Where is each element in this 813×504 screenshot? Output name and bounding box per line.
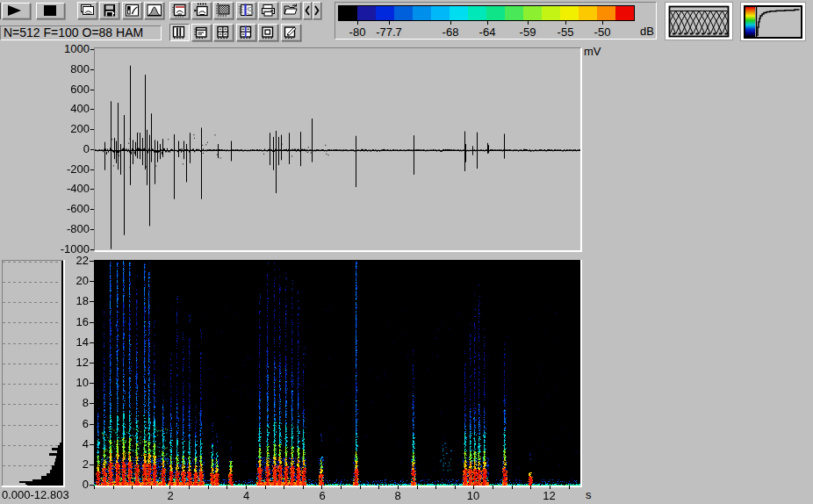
svg-text:S: S [247, 4, 255, 18]
